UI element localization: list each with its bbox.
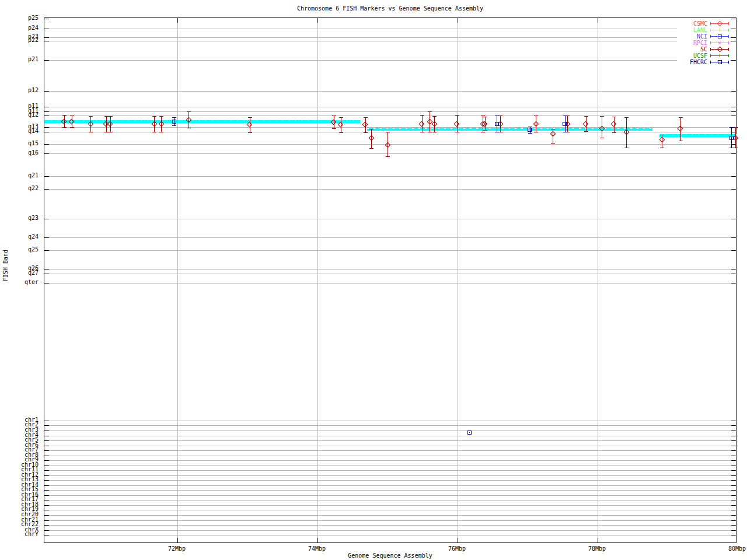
x-axis-tick-bottom <box>598 538 598 542</box>
error-bar-cap <box>734 148 738 148</box>
y-axis-tick-right <box>731 176 736 177</box>
y-axis-tick-left <box>44 91 49 92</box>
h-gridline <box>44 520 736 521</box>
y-tick-label: q12 <box>0 112 39 118</box>
data-point-dot <box>457 124 458 124</box>
h-gridline <box>44 446 736 446</box>
h-gridline <box>44 189 736 190</box>
y-tick-label: q14 <box>0 128 39 134</box>
fish-marker-chart: Chromosome 6 FISH Markers vs Genome Sequ… <box>0 0 747 560</box>
error-bar-cap <box>70 116 74 116</box>
legend-marker-cross-icon: × <box>710 40 729 46</box>
x-axis-tick-top <box>598 18 598 23</box>
legend-row: RPCI× <box>678 40 729 46</box>
y-axis-tick-right <box>731 510 736 510</box>
legend-cap <box>728 48 729 51</box>
h-gridline <box>44 116 736 116</box>
y-tick-label: p25 <box>0 15 39 21</box>
y-axis-tick-left <box>44 495 49 496</box>
y-axis-tick-left <box>44 500 49 501</box>
error-bar-cap <box>62 115 67 116</box>
y-tick-label: q24 <box>0 234 39 240</box>
error-bar-cap <box>481 116 485 116</box>
y-axis-tick-right <box>731 466 736 466</box>
data-point-dot <box>731 138 732 138</box>
error-bar-cap <box>551 129 555 130</box>
error-bar-cap <box>152 116 156 117</box>
legend: CSMCLANL+NCIRPCI×SCUCSF+FHCRC <box>677 20 730 66</box>
y-axis-tick-left <box>44 41 49 41</box>
y-tick-label: p12 <box>0 88 39 93</box>
h-gridline <box>44 60 736 61</box>
error-bar-cap <box>624 117 629 118</box>
h-gridline <box>44 456 736 456</box>
h-gridline <box>44 510 736 510</box>
assembly-segment <box>659 134 736 137</box>
y-axis-tick-right <box>731 153 736 154</box>
y-axis-tick-right <box>731 446 736 446</box>
legend-sample: + <box>710 27 729 33</box>
legend-row: SC <box>678 46 729 52</box>
h-gridline <box>44 515 736 516</box>
y-axis-tick-right <box>731 490 736 491</box>
error-bar-cap <box>483 117 487 117</box>
error-bar-cap <box>455 115 459 116</box>
y-tick-label: chrY <box>0 531 39 537</box>
error-bar-cap <box>584 116 588 117</box>
h-gridline <box>44 475 736 476</box>
h-gridline <box>44 176 736 177</box>
y-axis-tick-left <box>44 189 49 190</box>
error-bar-cap <box>498 116 502 116</box>
y-axis-tick-right <box>731 495 736 496</box>
data-point-dot <box>602 128 602 129</box>
error-bar-cap <box>89 116 93 117</box>
y-tick-label: p21 <box>0 57 39 62</box>
h-gridline <box>44 132 736 132</box>
data-point-dot <box>567 124 568 124</box>
error-bar-cap <box>248 117 252 118</box>
y-axis-tick-left <box>44 515 49 516</box>
h-gridline <box>44 153 736 154</box>
data-point-dot <box>174 121 174 122</box>
legend-label: UCSF <box>678 52 707 59</box>
data-point-dot <box>530 130 530 130</box>
error-bar-cap <box>498 132 502 132</box>
data-point-dot <box>334 122 334 123</box>
y-axis-tick-left <box>44 490 49 491</box>
h-gridline <box>44 495 736 496</box>
y-tick-label: q22 <box>0 186 39 191</box>
y-axis-tick-right <box>731 480 736 481</box>
y-axis-tick-right <box>731 29 736 29</box>
h-gridline <box>44 283 736 284</box>
y-axis-tick-right <box>731 116 736 116</box>
legend-marker-plus-icon: + <box>710 27 729 33</box>
error-bar-cap <box>420 132 424 132</box>
y-axis-tick-right <box>731 219 736 219</box>
y-axis-tick-right <box>731 525 736 526</box>
y-axis-tick-right <box>731 460 736 461</box>
y-axis-tick-right <box>731 60 736 61</box>
y-axis-tick-left <box>44 525 49 526</box>
v-gridline <box>177 18 178 542</box>
x-tick-label: 78Mbp <box>580 546 615 552</box>
data-point-dot <box>341 124 341 125</box>
y-axis-tick-right <box>731 470 736 471</box>
error-bar-cap <box>612 132 616 133</box>
data-point-dot <box>536 124 536 124</box>
legend-marker-diamond-icon <box>717 21 723 27</box>
error-bar-cap <box>432 132 437 132</box>
x-axis-tick-bottom <box>177 538 178 542</box>
y-axis-tick-left <box>44 430 49 431</box>
error-bar-cap <box>563 132 567 132</box>
h-gridline <box>44 466 736 466</box>
y-axis-tick-left <box>44 37 49 38</box>
data-point-dot <box>626 132 627 132</box>
error-bar-cap <box>495 132 499 132</box>
data-point-dot <box>72 121 72 122</box>
y-axis-tick-right <box>731 450 736 451</box>
h-gridline <box>44 111 736 112</box>
y-tick-label: q27 <box>0 270 39 276</box>
y-axis-tick-right <box>731 237 736 238</box>
error-bar-cap <box>369 129 374 130</box>
h-gridline <box>44 91 736 92</box>
